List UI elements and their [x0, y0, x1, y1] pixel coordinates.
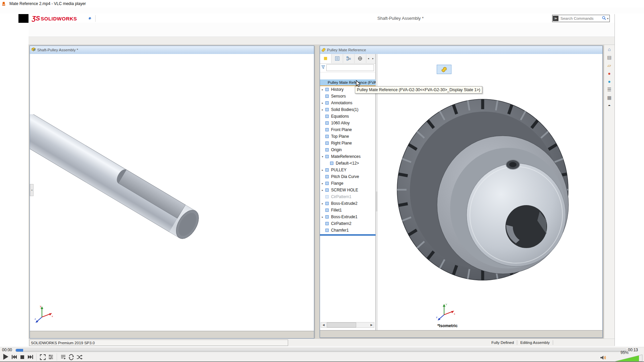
mate-reference-chip[interactable]: [437, 65, 451, 74]
propertymanager-tab[interactable]: [331, 54, 343, 63]
search-input[interactable]: [560, 16, 602, 21]
solid-bodies-icon: [324, 107, 330, 112]
tree-item[interactable]: ▸Boss-Extrude1: [320, 214, 376, 220]
tree-item-label: Boss-Extrude1: [331, 215, 358, 219]
dimxpertmanager-tab[interactable]: [355, 54, 366, 63]
extended-settings-button[interactable]: [47, 353, 55, 361]
tree-item[interactable]: Equations: [320, 113, 376, 120]
command-icon: ≫: [553, 16, 558, 21]
tree-item[interactable]: CirPattern2: [320, 220, 376, 227]
right-window-tabstrip: [320, 330, 602, 338]
search-icon[interactable]: [602, 16, 606, 21]
taskpane-view-palette-icon[interactable]: ●: [605, 70, 613, 77]
featuremanager-tab[interactable]: [320, 54, 331, 63]
volume-slider[interactable]: [615, 354, 643, 362]
tree-item[interactable]: Sensors: [320, 93, 376, 100]
tree-item[interactable]: Right Plane: [320, 140, 376, 146]
tree-item[interactable]: Chamfer1: [320, 227, 376, 234]
left-window-tabstrip: [30, 331, 314, 338]
panel-tab-scroll-icon[interactable]: ▸: [371, 54, 375, 63]
left-viewport[interactable]: yxz ◂: [30, 54, 314, 331]
time-total: 00:13: [628, 348, 638, 352]
tree-item[interactable]: ▸PULLEY: [320, 167, 376, 173]
expand-arrow-icon[interactable]: ▸: [321, 182, 324, 185]
configurationmanager-tab[interactable]: [343, 54, 355, 63]
video-area[interactable]: ƷSSOLIDWORKS Shaft-Pulley Assembly * ≫: [0, 13, 644, 347]
playlist-button[interactable]: [59, 353, 67, 361]
featuremanager-panel: ◂▸ Pulley Mate Reference (FVA-: [320, 54, 376, 330]
seek-bar[interactable]: [15, 349, 627, 352]
previous-button[interactable]: [10, 353, 18, 361]
tree-item[interactable]: ▸Solid Bodies(1): [320, 106, 376, 113]
plane-icon: [324, 140, 330, 146]
tree-item[interactable]: ▸SCREW HOLE: [320, 187, 376, 193]
status-message: SOLIDWORKS Premium 2019 SP3.0: [29, 340, 288, 346]
next-button[interactable]: [26, 353, 34, 361]
expand-arrow-icon[interactable]: ▾: [321, 155, 324, 158]
expand-arrow-icon[interactable]: ▸: [321, 169, 324, 172]
taskpane-pack-and-go-icon[interactable]: ▦: [605, 94, 613, 101]
search-commands-box[interactable]: ≫ ▾: [552, 15, 610, 22]
stop-button[interactable]: [18, 353, 26, 361]
tree-item-label: CirPattern1: [331, 194, 352, 199]
pulley-model[interactable]: [387, 96, 602, 290]
expand-arrow-icon[interactable]: ▸: [321, 189, 324, 192]
taskpane-design-library-icon[interactable]: ▤: [605, 54, 613, 61]
expand-arrow-icon[interactable]: ▸: [321, 202, 324, 205]
tree-item[interactable]: ▸Boss-Extrude2: [320, 200, 376, 207]
panel-tab-scroll-icon[interactable]: ◂: [366, 54, 371, 63]
revolve-icon: [324, 181, 330, 186]
time-elapsed: 00:00: [2, 348, 12, 352]
right-viewport[interactable]: Yxz *Isometric: [378, 54, 602, 330]
right-window-titlebar[interactable]: Pulley Mate Reference: [320, 46, 602, 54]
tree-item[interactable]: Default-<12>: [320, 160, 376, 167]
random-button[interactable]: [75, 353, 83, 361]
tree-item[interactable]: ▸Annotations: [320, 100, 376, 106]
taskpane-forum-icon[interactable]: ◓: [605, 102, 613, 109]
taskpane-resources-icon[interactable]: ⌂: [605, 46, 613, 53]
tree-item[interactable]: ▾MateReferences: [320, 153, 376, 160]
right-client: ◂▸ Pulley Mate Reference (FVA-: [320, 54, 602, 330]
tree-item[interactable]: Pitch Dia Curve: [320, 173, 376, 180]
shaft-model[interactable]: [30, 114, 251, 302]
left-window-titlebar[interactable]: Shaft-Pulley Assembly *: [30, 46, 314, 54]
rollback-bar[interactable]: [320, 234, 376, 236]
tree-item[interactable]: Front Plane: [320, 126, 376, 133]
view-orientation-label: *Isometric: [437, 323, 458, 328]
tree-item[interactable]: Top Plane: [320, 133, 376, 140]
panel-hscrollbar[interactable]: ◀▶: [321, 322, 374, 328]
tree-item[interactable]: 1060 Alloy: [320, 120, 376, 126]
command-tabs: [29, 37, 614, 45]
expand-arrow-icon[interactable]: ▸: [321, 88, 324, 91]
play-button[interactable]: [2, 353, 10, 361]
tree-item-tooltip: Pulley Mate Reference (FVA-G2-30<<FVA-G2…: [355, 86, 482, 94]
tree-item[interactable]: CirPattern1: [320, 193, 376, 200]
solidworks-logo: ƷSSOLIDWORKS: [32, 15, 77, 22]
filter-icon[interactable]: [321, 65, 326, 71]
expand-arrow-icon[interactable]: ▸: [321, 102, 324, 105]
taskpane-appearances-icon[interactable]: ●: [605, 78, 613, 85]
sw-top-right: ≫ ▾: [552, 15, 610, 22]
tree-item[interactable]: Fillet1: [320, 207, 376, 214]
tree-item-label: Fillet1: [331, 208, 342, 213]
expand-arrow-icon[interactable]: ▸: [321, 108, 324, 111]
pin-icon[interactable]: [87, 16, 93, 21]
tree-root-item[interactable]: Pulley Mate Reference (FVA-: [320, 79, 376, 86]
taskpane-custom-properties-icon[interactable]: ☰: [605, 86, 613, 93]
part-document-window: Pulley Mate Reference ◂▸: [320, 46, 603, 338]
tree-item-label: Front Plane: [331, 127, 352, 132]
volume-icon[interactable]: [600, 355, 607, 362]
seek-progress: [16, 349, 23, 352]
filter-input[interactable]: [326, 64, 374, 71]
svg-text:x: x: [454, 312, 455, 315]
panel-collapse-handle[interactable]: ◂: [30, 184, 34, 196]
mate-reference-icon: [321, 80, 326, 85]
tree-item[interactable]: Origin: [320, 146, 376, 153]
tree-item[interactable]: ▸Flange: [320, 180, 376, 187]
loop-button[interactable]: [67, 353, 75, 361]
search-caret-icon[interactable]: ▾: [607, 17, 608, 20]
headsup-toolbar-left: [120, 56, 123, 64]
taskpane-file-explorer-icon[interactable]: ▱: [605, 62, 613, 69]
fullscreen-button[interactable]: [39, 353, 47, 361]
expand-arrow-icon[interactable]: ▸: [321, 216, 324, 219]
